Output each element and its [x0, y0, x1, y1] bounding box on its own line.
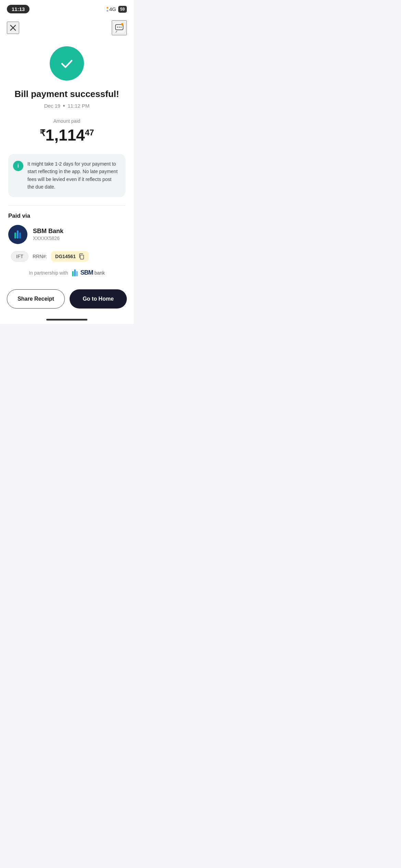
svg-rect-13	[72, 271, 73, 276]
sbm-logo-icon	[71, 269, 79, 277]
bank-row: SBM Bank XXXXX5826	[8, 225, 125, 244]
svg-point-7	[121, 23, 123, 25]
chat-icon	[113, 21, 126, 34]
success-time: 11:12 PM	[68, 103, 89, 109]
datetime-dot	[63, 105, 65, 107]
signal-dot-orange	[107, 7, 108, 9]
amount-main: 1,114	[46, 126, 85, 144]
signal-dots	[104, 7, 108, 12]
transaction-row: IFT RRN#: DG14561	[8, 251, 125, 262]
info-icon: i	[17, 163, 19, 169]
success-datetime: Dec 19 11:12 PM	[44, 103, 90, 109]
bank-account: XXXXX5826	[33, 236, 63, 241]
sbm-bank-icon	[13, 230, 23, 239]
status-bar: 11:13 4G 59	[0, 0, 134, 16]
bottom-buttons: Share Receipt Go to Home	[0, 284, 134, 319]
info-icon-circle: i	[13, 161, 23, 171]
close-button[interactable]	[7, 22, 19, 34]
svg-rect-8	[17, 230, 19, 239]
partnership-text: In partnership with	[29, 270, 68, 276]
go-to-home-button[interactable]: Go to Home	[70, 289, 127, 309]
transaction-type-tag: IFT	[11, 251, 28, 262]
amount-value: ₹ 1,114 47	[40, 126, 94, 144]
divider	[8, 205, 125, 206]
battery-indicator: 59	[118, 6, 127, 13]
bank-info: SBM Bank XXXXX5826	[33, 228, 63, 241]
success-circle	[50, 46, 84, 81]
partnership-section: In partnership with SBM bank	[29, 262, 105, 284]
chat-button[interactable]	[112, 20, 127, 35]
sbm-bank-logo: SBM bank	[71, 269, 105, 277]
svg-rect-9	[14, 232, 16, 239]
main-content: Bill payment successful! Dec 19 11:12 PM…	[0, 39, 134, 284]
sbm-logo-bank: bank	[95, 270, 105, 276]
rrn-value: DG14561	[55, 254, 76, 259]
status-time: 11:13	[7, 5, 29, 13]
success-title: Bill payment successful!	[15, 89, 119, 99]
paid-via-section: Paid via SBM Bank XXXXX5826 IFT RRN#:	[8, 213, 125, 262]
status-right: 4G 59	[104, 6, 127, 13]
svg-rect-2	[113, 22, 125, 34]
rrn-label: RRN#:	[33, 254, 47, 259]
signal-indicator: 4G	[104, 6, 116, 12]
amount-currency: ₹	[40, 128, 46, 138]
bank-logo	[8, 225, 27, 244]
svg-point-4	[117, 27, 118, 28]
amount-cents: 47	[85, 128, 94, 137]
top-nav	[0, 16, 134, 39]
success-date: Dec 19	[44, 103, 61, 109]
svg-rect-12	[74, 269, 75, 276]
info-box: i It might take 1-2 days for your paymen…	[8, 154, 125, 197]
copy-icon	[78, 253, 85, 260]
svg-point-5	[119, 27, 120, 28]
svg-point-6	[121, 27, 122, 28]
rrn-value-box[interactable]: DG14561	[51, 251, 89, 262]
signal-dot-1	[107, 10, 108, 12]
close-icon	[9, 24, 17, 32]
paid-via-label: Paid via	[8, 213, 125, 219]
home-indicator	[46, 319, 87, 321]
svg-rect-11	[80, 255, 84, 259]
amount-label: Amount paid	[53, 118, 81, 124]
svg-rect-14	[76, 271, 77, 276]
svg-rect-10	[19, 232, 21, 239]
sbm-logo-text: SBM	[81, 269, 93, 276]
info-text: It might take 1-2 days for your payment …	[27, 160, 119, 191]
checkmark-icon	[58, 55, 76, 72]
network-label: 4G	[109, 6, 116, 12]
bank-name: SBM Bank	[33, 228, 63, 235]
share-receipt-button[interactable]: Share Receipt	[7, 289, 65, 309]
